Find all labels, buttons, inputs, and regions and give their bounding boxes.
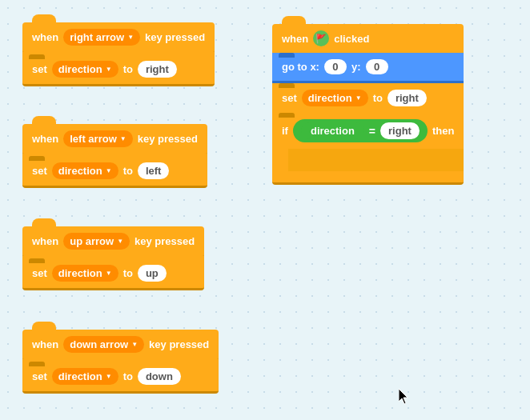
down-arrow-group: when down arrow key pressed set directio… (22, 330, 219, 394)
right-arrow-key-dropdown[interactable]: right arrow (63, 29, 140, 46)
down-arrow-key-dropdown[interactable]: down arrow (63, 336, 144, 353)
right-value-flag: right (387, 90, 427, 106)
equals-icon: = (369, 125, 375, 138)
direction-dropdown-3[interactable]: direction (52, 265, 118, 282)
down-arrow-hat-block[interactable]: when down arrow key pressed (22, 330, 219, 362)
up-arrow-set-block[interactable]: set direction to up (22, 258, 204, 290)
to-label: to (123, 63, 133, 75)
set-label-4: set (32, 370, 47, 382)
left-arrow-hat-block[interactable]: when left arrow key pressed (22, 124, 207, 156)
when-label: when (32, 31, 58, 43)
direction-dropdown-1[interactable]: direction (52, 61, 118, 78)
set-label-2: set (32, 165, 47, 177)
when-label-2: when (32, 133, 58, 145)
set-label-3: set (32, 267, 47, 279)
key-pressed-label-3: key pressed (135, 235, 195, 247)
then-label: then (432, 125, 454, 137)
condition-val: right (380, 122, 420, 139)
left-arrow-set-block[interactable]: set direction to left (22, 156, 207, 188)
to-label-3: to (123, 267, 133, 279)
up-arrow-hat-block[interactable]: when up arrow key pressed (22, 226, 204, 258)
to-label-2: to (123, 165, 133, 177)
flag-group: when 🚩 clicked go to x: 0 y: 0 set direc… (272, 24, 464, 185)
goto-x-input[interactable]: 0 (324, 59, 347, 74)
if-body-area (272, 149, 464, 171)
left-arrow-group: when left arrow key pressed set directio… (22, 124, 207, 188)
if-inner-content (288, 149, 464, 171)
right-value: right (138, 61, 177, 78)
right-arrow-group: when right arrow key pressed set directi… (22, 22, 215, 86)
when-label-3: when (32, 235, 58, 247)
y-label: y: (351, 61, 361, 73)
goto-label: go to x: (282, 61, 319, 73)
if-label: if (282, 125, 288, 137)
condition-pill[interactable]: direction = right (293, 119, 428, 142)
right-arrow-hat-block[interactable]: when right arrow key pressed (22, 22, 215, 54)
down-arrow-set-block[interactable]: set direction to down (22, 362, 219, 394)
when-label-4: when (32, 338, 58, 350)
to-label-4: to (123, 370, 133, 382)
green-flag-icon: 🚩 (313, 30, 329, 46)
down-value: down (138, 368, 181, 385)
up-arrow-group: when up arrow key pressed set direction … (22, 226, 204, 290)
goto-block[interactable]: go to x: 0 y: 0 (272, 53, 464, 83)
green-flag-hat-block[interactable]: when 🚩 clicked (272, 24, 464, 53)
direction-dropdown-2[interactable]: direction (52, 162, 118, 179)
condition-var: direction (301, 122, 364, 139)
set-label: set (32, 63, 47, 75)
up-arrow-key-dropdown[interactable]: up arrow (63, 233, 130, 250)
set-label-flag: set (282, 92, 297, 104)
clicked-label: clicked (334, 33, 369, 45)
flag-set-block[interactable]: set direction to right (272, 83, 464, 113)
right-arrow-set-block[interactable]: set direction to right (22, 54, 215, 86)
to-label-flag: to (373, 92, 383, 104)
up-value: up (138, 265, 167, 282)
if-footer (272, 171, 464, 182)
if-indent-left (272, 149, 288, 171)
if-block[interactable]: if direction = right then (272, 113, 464, 185)
if-header[interactable]: if direction = right then (272, 113, 464, 149)
goto-y-input[interactable]: 0 (366, 59, 388, 74)
direction-dropdown-flag[interactable]: direction (302, 90, 368, 106)
key-pressed-label-2: key pressed (138, 133, 198, 145)
left-arrow-key-dropdown[interactable]: left arrow (63, 130, 132, 147)
key-pressed-label: key pressed (145, 31, 205, 43)
left-value: left (138, 162, 170, 179)
when-flag-label: when (282, 33, 308, 45)
mouse-cursor (399, 389, 412, 405)
key-pressed-label-4: key pressed (149, 338, 209, 350)
direction-dropdown-4[interactable]: direction (52, 368, 118, 385)
